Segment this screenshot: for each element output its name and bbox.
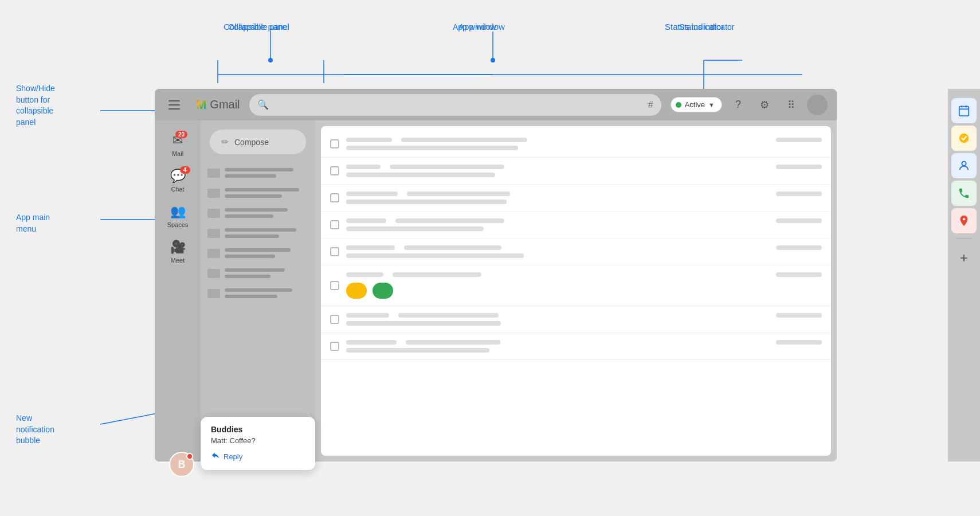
help-button[interactable]: ? <box>728 95 748 115</box>
maps-icon[interactable] <box>951 208 977 233</box>
chat-icon: 💬 4 <box>170 169 186 183</box>
email-line <box>225 255 275 258</box>
tasks-icon[interactable] <box>951 126 977 151</box>
nav-item-chat[interactable]: 💬 4 Chat <box>158 165 197 196</box>
email-row[interactable] <box>321 212 831 239</box>
app-main-menu-label: App mainmenu <box>16 212 50 234</box>
email-content <box>346 138 822 150</box>
meet-icon: 🎥 <box>170 240 186 255</box>
avatar[interactable]: B <box>169 452 194 477</box>
subject-line <box>407 191 510 196</box>
list-item[interactable] <box>205 183 311 202</box>
spaces-label: Spaces <box>167 221 189 228</box>
email-top-line <box>346 218 822 223</box>
email-checkbox[interactable] <box>330 139 339 148</box>
subject-line <box>404 245 501 250</box>
menu-button[interactable] <box>164 95 185 115</box>
nav-item-mail[interactable]: ✉ 20 Mail <box>158 130 197 161</box>
new-notification-bubble-label: Newnotificationbubble <box>16 413 54 447</box>
status-indicator-annotation: Status indicator <box>665 22 724 32</box>
list-item[interactable] <box>205 224 311 243</box>
email-row[interactable] <box>321 239 831 265</box>
phone-icon[interactable] <box>951 181 977 206</box>
email-line <box>225 214 273 218</box>
nav-item-spaces[interactable]: 👥 Spaces <box>158 201 197 232</box>
search-input[interactable] <box>275 100 642 110</box>
email-line <box>225 194 282 198</box>
status-dot <box>676 102 681 108</box>
contacts-icon[interactable] <box>951 153 977 178</box>
email-row[interactable] <box>321 306 831 333</box>
email-checkbox[interactable] <box>330 193 339 202</box>
email-icon <box>207 289 220 298</box>
avatar[interactable] <box>807 95 828 115</box>
sender-line <box>346 313 389 318</box>
top-bar-right: Active ▼ ? ⚙ ⠿ <box>671 95 828 115</box>
search-icon: 🔍 <box>257 99 269 110</box>
list-item[interactable] <box>205 264 311 283</box>
email-top-line <box>346 272 822 277</box>
email-checkbox[interactable] <box>330 247 339 256</box>
search-bar[interactable]: 🔍 # <box>249 94 661 116</box>
email-top-line <box>346 138 822 142</box>
email-row[interactable] <box>321 185 831 212</box>
tag-yellow <box>346 283 367 299</box>
main-content: ✉ 20 Mail 💬 4 Chat 👥 Spaces 🎥 Meet <box>155 120 837 462</box>
email-line <box>225 275 271 278</box>
calendar-icon[interactable] <box>951 98 977 123</box>
email-preview-lines <box>225 168 308 178</box>
email-row-with-tags[interactable] <box>321 265 831 306</box>
filter-icon[interactable]: # <box>648 100 653 110</box>
email-line <box>225 174 276 178</box>
email-row[interactable] <box>321 333 831 360</box>
email-row[interactable] <box>321 158 831 185</box>
preview-line <box>346 226 484 231</box>
sender-line <box>346 245 395 250</box>
subject-line <box>393 272 481 277</box>
date-line <box>776 218 822 223</box>
collapsible-panel: ✏ Compose <box>201 120 315 462</box>
svg-point-27 <box>962 162 966 166</box>
reply-label: Reply <box>224 452 242 461</box>
list-item[interactable] <box>205 284 311 303</box>
chat-badge: 4 <box>180 166 190 174</box>
date-line <box>776 245 822 250</box>
date-line <box>776 340 822 345</box>
apps-button[interactable]: ⠿ <box>781 95 801 115</box>
notification-avatar-wrapper: B <box>169 452 194 477</box>
email-checkbox[interactable] <box>330 315 339 324</box>
list-item[interactable] <box>205 163 311 182</box>
email-checkbox[interactable] <box>330 166 339 175</box>
notification-bubble: Buddies Matt: Coffee? Reply <box>201 417 315 470</box>
email-line <box>225 234 279 238</box>
email-line <box>225 188 299 191</box>
preview-line <box>346 200 507 204</box>
notification-text: Matt: Coffee? <box>211 436 305 445</box>
date-line <box>776 138 822 142</box>
compose-button[interactable]: ✏ Compose <box>210 130 306 154</box>
tags-row <box>346 283 822 299</box>
email-row[interactable] <box>321 131 831 158</box>
svg-point-3 <box>268 58 273 62</box>
collapsible-panel-annotation: Collapsible panel <box>224 22 289 32</box>
list-item[interactable] <box>205 204 311 222</box>
email-line <box>225 168 293 171</box>
sender-line <box>346 138 392 142</box>
email-checkbox[interactable] <box>330 281 339 290</box>
app-window-annotation: App window <box>458 22 505 32</box>
show-hide-label: Show/Hidebutton forcollapsiblepanel <box>16 83 85 128</box>
email-checkbox[interactable] <box>330 342 339 351</box>
add-app-button[interactable]: + <box>951 245 977 271</box>
email-line <box>225 288 292 292</box>
reply-button[interactable]: Reply <box>211 451 305 462</box>
settings-button[interactable]: ⚙ <box>754 95 775 115</box>
nav-item-meet[interactable]: 🎥 Meet <box>158 236 197 267</box>
top-bar: M Gmail 🔍 # Active ▼ ? ⚙ ⠿ <box>155 89 837 120</box>
compose-label: Compose <box>234 138 269 147</box>
status-pill[interactable]: Active ▼ <box>671 97 722 112</box>
list-item[interactable] <box>205 244 311 263</box>
menu-line <box>168 100 180 101</box>
email-checkbox[interactable] <box>330 220 339 229</box>
sender-line <box>346 165 381 169</box>
meet-label: Meet <box>171 257 185 264</box>
